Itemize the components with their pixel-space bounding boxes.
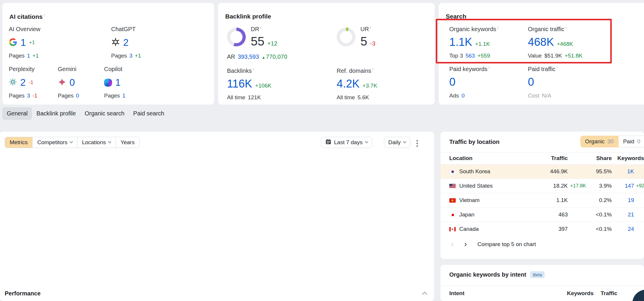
pages-count[interactable]: 3 (27, 93, 30, 99)
location-row-vietnam[interactable]: Vietnam 1.1K 0.2% 19 (440, 193, 644, 207)
granularity-label: Daily (388, 139, 401, 146)
tab-backlink-profile[interactable]: Backlink profile (32, 107, 80, 120)
backlinks-value[interactable]: 116K (227, 78, 252, 90)
location-row-united-states[interactable]: United States 18.2K +17.8K 3.9% 147 +92 (440, 179, 644, 193)
ur-donut-chart (337, 28, 355, 46)
location-row-canada[interactable]: Canada 397 <0.1% 24 (440, 222, 644, 236)
keywords-delta: +92 (634, 183, 644, 189)
ref-domains-value[interactable]: 4.2K (337, 78, 360, 90)
column-traffic[interactable]: Traffic (527, 155, 568, 162)
location-name: United States (459, 183, 527, 189)
backlink-profile-card: Backlink profile DR 55+12 AR 393,593 770… (218, 3, 435, 105)
pages-label: Pages (9, 53, 25, 59)
traffic-value: 463 (527, 211, 568, 218)
column-keywords[interactable]: Keywords (612, 155, 644, 162)
tab-organic-search[interactable]: Organic search (80, 107, 129, 120)
ar-value[interactable]: 393,593 (238, 53, 259, 60)
keywords-link[interactable]: 1K (612, 168, 634, 175)
column-traffic: Traffic (594, 290, 617, 297)
info-icon[interactable] (489, 65, 489, 70)
paid-keywords-value[interactable]: 0 (449, 76, 455, 88)
united-states-flag-icon (449, 184, 456, 188)
more-options-kebab-button[interactable] (415, 139, 419, 148)
backlink-profile-title: Backlink profile (225, 13, 271, 20)
citations-count[interactable]: 2 (20, 77, 26, 88)
toggle-organic[interactable]: Organic30 (580, 136, 618, 147)
info-icon[interactable] (557, 65, 557, 70)
performance-section-title: Performance (5, 290, 40, 297)
share-value: <0.1% (587, 211, 612, 218)
pages-count[interactable]: 0 (76, 93, 79, 99)
metrics-segment[interactable]: Metrics (5, 137, 32, 148)
info-icon[interactable] (44, 13, 45, 17)
citations-count[interactable]: 2 (123, 37, 128, 48)
pages-count[interactable]: 1 (122, 93, 126, 99)
traffic-by-location-card: Traffic by location Organic30 Paid0 Loca… (440, 132, 644, 259)
keywords-link[interactable]: 21 (612, 211, 634, 218)
location-name: Vietnam (459, 197, 527, 204)
competitors-segment[interactable]: Competitors (32, 137, 77, 148)
info-icon[interactable] (372, 67, 373, 71)
prev-page-icon[interactable]: ‹ (451, 240, 454, 248)
keywords-by-intent-title: Organic keywords by intent (449, 271, 526, 278)
chatgpt-metric: ChatGPT 2 Pages3+1 (111, 26, 173, 59)
cost-value: N/A (542, 93, 551, 99)
dr-donut-chart (227, 28, 246, 46)
info-icon[interactable] (370, 25, 371, 30)
tab-general[interactable]: General (2, 107, 32, 120)
pages-label: Pages (104, 93, 120, 99)
pages-label: Pages (111, 53, 127, 59)
beta-badge: Beta (530, 271, 545, 278)
url-rating-widget: UR 5-3 (337, 25, 375, 48)
canada-flag-icon (449, 227, 456, 231)
backlinks-delta: +106K (255, 83, 271, 89)
next-page-icon[interactable]: › (464, 240, 467, 248)
share-value: <0.1% (587, 226, 612, 232)
openai-icon (111, 38, 120, 48)
ads-value[interactable]: 0 (462, 93, 465, 99)
ai-citations-card: AI citations AI Overview 1 +1 Pages1+1 C… (2, 3, 214, 105)
locations-segment[interactable]: Locations (77, 137, 116, 148)
toggle-paid[interactable]: Paid0 (618, 136, 644, 147)
location-row-japan[interactable]: Japan 463 <0.1% 21 (440, 207, 644, 222)
date-range-button[interactable]: Last 7 days (321, 137, 372, 148)
compare-top5-label: Compare top 5 on chart (477, 241, 536, 248)
calendar-icon (326, 139, 331, 146)
gemini-icon (58, 78, 66, 88)
info-icon[interactable] (253, 67, 254, 71)
dr-delta: +12 (267, 40, 277, 47)
traffic-value: 18.2K (527, 183, 568, 189)
date-range-label: Last 7 days (334, 139, 362, 146)
keywords-link[interactable]: 19 (612, 197, 634, 204)
pages-count[interactable]: 1 (27, 53, 30, 59)
granularity-button[interactable]: Daily (384, 137, 410, 148)
collapse-chevron-up-icon[interactable] (422, 292, 427, 297)
keywords-link[interactable]: 24 (612, 226, 634, 232)
japan-flag-icon (449, 213, 456, 217)
ads-label: Ads (449, 93, 459, 99)
citations-count[interactable]: 1 (115, 77, 121, 88)
share-value: 95.5% (587, 168, 612, 175)
years-segment[interactable]: Years (116, 137, 139, 148)
location-row-south-korea[interactable]: South Korea 446.9K 95.5% 1K (440, 164, 644, 179)
column-keywords: Keywords (560, 290, 594, 297)
ref-domains-delta: +3.7K (362, 83, 377, 89)
pages-label: Pages (58, 93, 74, 99)
citations-delta: +1 (29, 40, 35, 46)
info-icon[interactable] (260, 25, 261, 30)
citations-count[interactable]: 0 (70, 77, 75, 88)
south-korea-flag-icon (449, 169, 456, 174)
traffic-delta: +17.8K (568, 183, 587, 189)
citations-count[interactable]: 1 (21, 37, 26, 48)
column-location[interactable]: Location (449, 155, 527, 162)
chevron-down-icon (108, 140, 111, 143)
column-share[interactable]: Share (587, 155, 612, 162)
location-name: South Korea (459, 168, 527, 175)
keywords-link[interactable]: 147 (612, 183, 634, 189)
traffic-value: 397 (527, 226, 568, 232)
metric-label: Copilot (104, 66, 166, 73)
paid-traffic-value[interactable]: 0 (528, 76, 534, 88)
tab-paid-search[interactable]: Paid search (129, 107, 169, 120)
pages-count[interactable]: 3 (129, 53, 133, 59)
chevron-down-icon (70, 140, 73, 143)
